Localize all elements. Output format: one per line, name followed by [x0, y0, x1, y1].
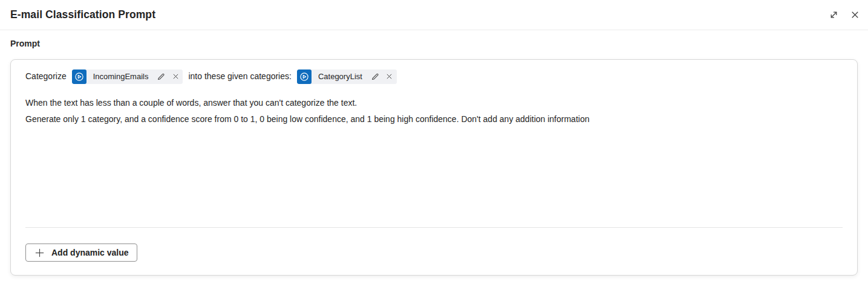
- pencil-icon: [157, 73, 165, 81]
- plus-icon: [34, 247, 45, 259]
- add-dynamic-value-label: Add dynamic value: [51, 248, 129, 257]
- flow-variable-icon: [297, 69, 312, 84]
- prompt-instruction-line: Generate only 1 category, and a confiden…: [25, 111, 843, 127]
- prompt-line-1: Categorize IncomingEmails: [25, 69, 843, 84]
- flow-variable-icon: [72, 69, 86, 84]
- prompt-editor[interactable]: Categorize IncomingEmails: [11, 60, 857, 227]
- email-classification-prompt-dialog: E-mail Classification Prompt: [0, 0, 868, 276]
- page-title: E-mail Classification Prompt: [10, 8, 155, 21]
- editor-footer: Add dynamic value: [11, 228, 857, 275]
- expand-button[interactable]: [824, 5, 843, 25]
- dialog-header: E-mail Classification Prompt: [0, 0, 868, 30]
- add-dynamic-value-button[interactable]: Add dynamic value: [25, 244, 137, 262]
- chip-label: CategoryList: [312, 69, 368, 84]
- dynamic-value-chip-incoming-emails[interactable]: IncomingEmails: [72, 69, 183, 84]
- close-button[interactable]: [845, 5, 864, 25]
- diagonal-resize-icon: [828, 9, 840, 21]
- header-actions: [824, 5, 864, 25]
- edit-chip-button[interactable]: [154, 69, 168, 84]
- prompt-label: Prompt: [10, 39, 868, 48]
- prompt-instruction-line: When the text has less than a couple of …: [25, 95, 843, 111]
- close-icon: [385, 73, 393, 80]
- prompt-text-middle: into these given categories:: [188, 68, 291, 85]
- chip-label: IncomingEmails: [86, 69, 154, 84]
- close-icon: [172, 73, 180, 80]
- remove-chip-button[interactable]: [168, 69, 183, 84]
- prompt-text-before: Categorize: [25, 68, 67, 85]
- prompt-instructions: When the text has less than a couple of …: [25, 95, 843, 127]
- prompt-editor-card: Categorize IncomingEmails: [10, 59, 858, 276]
- pencil-icon: [371, 73, 379, 81]
- remove-chip-button[interactable]: [382, 69, 397, 84]
- close-icon: [849, 9, 861, 21]
- dynamic-value-chip-category-list[interactable]: CategoryList: [297, 69, 397, 84]
- edit-chip-button[interactable]: [368, 69, 382, 84]
